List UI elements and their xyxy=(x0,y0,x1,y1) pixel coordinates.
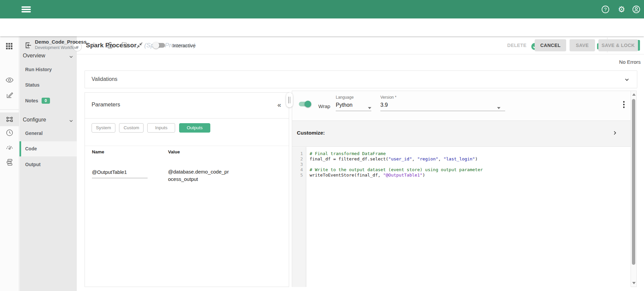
gauge-dashboard-icon[interactable] xyxy=(5,143,14,151)
customize-label: Customize: xyxy=(297,130,325,136)
exit-workflow-icon[interactable] xyxy=(24,41,32,49)
preview-eye-icon[interactable] xyxy=(5,76,14,84)
parameters-divider xyxy=(85,118,289,118)
column-header-name: Name xyxy=(92,149,104,154)
line-number: 2 xyxy=(292,156,306,162)
pipeline-icon[interactable] xyxy=(5,115,14,124)
chevron-right-icon[interactable] xyxy=(612,130,618,136)
sidebar-notes-label: Notes xyxy=(25,98,38,103)
save-button[interactable]: SAVE xyxy=(570,39,595,51)
table-divider xyxy=(85,146,289,146)
main-header-divider xyxy=(77,54,644,54)
wrap-toggle[interactable] xyxy=(295,98,314,110)
editor-menu-kebab-icon[interactable] xyxy=(621,101,627,110)
code-line[interactable] xyxy=(310,162,628,167)
code-content[interactable]: # Final transformed DataFramefinal_df = … xyxy=(310,151,628,178)
tab-custom[interactable]: Custom xyxy=(119,123,144,133)
save-and-lock-button[interactable]: SAVE & LOCK xyxy=(598,39,638,51)
code-editor-panel: Wrap Language Python Version * 3.9 Custo… xyxy=(292,91,637,287)
code-line[interactable]: writeToEventStore(final_df, "@OutputTabl… xyxy=(310,173,628,178)
validations-panel[interactable]: Validations xyxy=(85,70,637,88)
scroll-down-icon[interactable] xyxy=(632,282,636,284)
parameters-tabs: System Custom Inputs Outputs xyxy=(92,123,213,133)
chevron-down-icon[interactable] xyxy=(69,54,73,59)
workflow-subtitle: Development Workflow xyxy=(35,45,78,50)
line-number: 1 xyxy=(292,151,306,156)
panel-resize-handle[interactable] xyxy=(286,93,293,107)
tab-outputs[interactable]: Outputs xyxy=(179,123,210,133)
parameters-panel: Parameters « System Custom Inputs Output… xyxy=(85,92,289,287)
code-editor[interactable]: 12345 # Final transformed DataFramefinal… xyxy=(292,147,631,287)
unlock-icon[interactable] xyxy=(106,41,114,49)
sidebar-item-notes[interactable]: Notes0 xyxy=(25,98,50,104)
history-clock-icon[interactable] xyxy=(5,129,14,137)
datasets-stack-icon[interactable] xyxy=(5,158,14,166)
account-icon[interactable] xyxy=(632,5,641,14)
version-select[interactable]: Version * 3.9 xyxy=(380,95,505,111)
editor-scrollbar[interactable] xyxy=(631,91,636,287)
code-line[interactable]: # Final transformed DataFrame xyxy=(310,151,628,156)
star-icon[interactable]: ☆ xyxy=(91,41,99,49)
language-label: Language xyxy=(336,95,371,100)
rail-divider xyxy=(0,109,19,110)
delete-button[interactable]: DELETE xyxy=(502,39,531,51)
interactive-toggle[interactable] xyxy=(150,39,169,52)
parameters-title: Parameters xyxy=(92,101,120,108)
cancel-button[interactable]: CANCEL xyxy=(535,39,566,51)
line-number: 5 xyxy=(292,173,306,178)
wrap-label: Wrap xyxy=(318,103,330,109)
sidebar-item-output[interactable]: Output xyxy=(25,162,41,167)
sidebar-item-general[interactable]: General xyxy=(25,131,43,136)
scroll-up-icon[interactable] xyxy=(632,93,636,96)
parameter-name-input[interactable]: @OutputTable1 xyxy=(92,169,148,178)
notes-count-badge: 0 xyxy=(42,98,50,104)
chevron-down-icon xyxy=(497,107,500,109)
edit-icon[interactable] xyxy=(5,91,14,99)
editor-controls: Wrap Language Python Version * 3.9 xyxy=(292,91,636,120)
tab-inputs[interactable]: Inputs xyxy=(147,123,175,133)
chevron-down-icon[interactable] xyxy=(624,77,630,82)
workflow-toolbar: Demo_Code_Process Development Workflow ☆… xyxy=(0,18,644,36)
chevron-down-icon[interactable] xyxy=(69,118,73,123)
no-errors-status: No Errors xyxy=(619,59,641,65)
collapse-panel-icon[interactable]: « xyxy=(277,101,284,108)
svg-text:?: ? xyxy=(604,7,607,12)
line-number: 4 xyxy=(292,167,306,173)
sidebar-group-overview[interactable]: Overview xyxy=(23,53,45,59)
parameter-value: @database.demo_code_process_output xyxy=(168,168,231,183)
version-label: Version * xyxy=(380,95,505,100)
line-number: 3 xyxy=(292,162,306,167)
sidebar-selected-bar xyxy=(19,141,21,156)
collapse-all-icon[interactable] xyxy=(136,41,144,49)
customize-section[interactable]: Customize: xyxy=(292,121,631,147)
app-grid-icon[interactable] xyxy=(5,42,13,50)
sidebar-item-code[interactable]: Code xyxy=(25,146,37,151)
sidebar-item-status[interactable]: Status xyxy=(25,82,40,88)
code-line[interactable]: # Write to the output dataset (event sto… xyxy=(310,167,628,173)
sidebar-item-run-history[interactable]: Run History xyxy=(25,67,52,72)
version-value: 3.9 xyxy=(380,102,505,108)
icon-rail xyxy=(0,36,19,291)
help-icon[interactable]: ? xyxy=(601,5,610,14)
code-line[interactable]: final_df = filtered_df.select("user_id",… xyxy=(310,156,628,162)
language-value: Python xyxy=(336,102,371,108)
menu-hamburger-icon[interactable] xyxy=(21,6,31,12)
tab-system[interactable]: System xyxy=(92,123,115,133)
app-bar: ? ⚙ xyxy=(0,0,644,18)
line-number-gutter: 12345 xyxy=(292,147,306,287)
interactive-label: Interactive xyxy=(172,43,196,48)
multi-select-icon[interactable] xyxy=(121,41,129,49)
workflow-title: Demo_Code_Process xyxy=(35,39,87,45)
chevron-down-icon xyxy=(368,107,371,109)
settings-gear-icon[interactable]: ⚙ xyxy=(617,5,626,14)
validations-label: Validations xyxy=(92,76,117,82)
column-header-value: Value xyxy=(168,149,180,154)
sidebar-group-configure[interactable]: Configure xyxy=(23,117,46,123)
scrollbar-thumb[interactable] xyxy=(632,99,635,265)
language-select[interactable]: Language Python xyxy=(336,95,371,111)
